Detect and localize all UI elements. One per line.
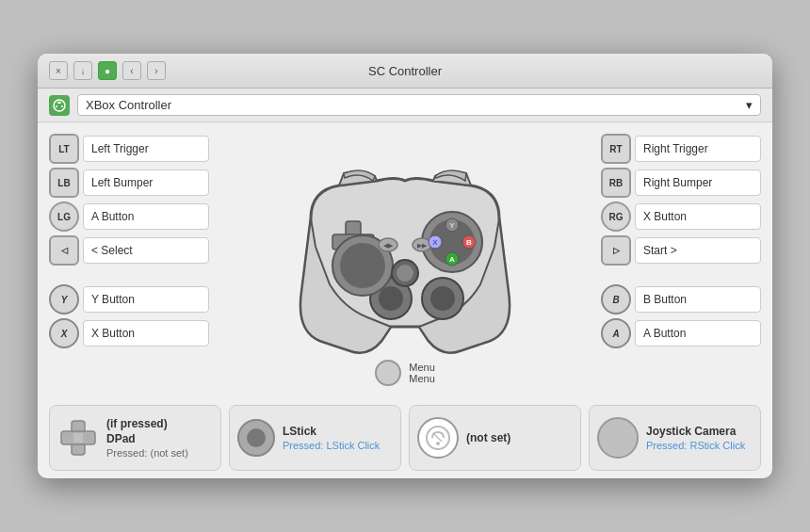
- notset-info: (not set): [466, 431, 510, 444]
- right-panel: RT Right Trigger RB Right Bumper RG X Bu…: [601, 134, 761, 386]
- y-badge[interactable]: Y: [49, 284, 79, 314]
- rg-label[interactable]: X Button: [635, 203, 761, 230]
- start-badge[interactable]: ▷: [601, 235, 631, 266]
- back-button[interactable]: ‹: [122, 61, 141, 80]
- lstick-card[interactable]: LStick Pressed: LStick Click: [229, 405, 401, 471]
- title-bar: × ↓ ● ‹ › SC Controller: [38, 54, 772, 89]
- svg-line-34: [434, 434, 442, 442]
- left-spacer: [49, 269, 209, 281]
- lg-row: LG A Button: [49, 202, 209, 232]
- y-label[interactable]: Y Button: [83, 286, 209, 313]
- left-panel: LT Left Trigger LB Left Bumper LG A Butt…: [49, 134, 209, 386]
- b-row: B B Button: [601, 284, 761, 314]
- bottom-row: (if pressed) DPad Pressed: (not set) LSt…: [38, 397, 772, 478]
- dpad-subtitle: DPad: [106, 432, 188, 445]
- svg-text:B: B: [466, 238, 472, 247]
- select-row: ◁ < Select: [49, 235, 209, 266]
- joycam-card[interactable]: Joystick Camera Pressed: RStick Click: [589, 405, 761, 471]
- minimize-button[interactable]: ●: [98, 61, 117, 80]
- joycam-pressed[interactable]: Pressed: RStick Click: [646, 440, 745, 451]
- select-label[interactable]: < Select: [83, 237, 209, 264]
- joycam-icon: [597, 417, 639, 459]
- notset-card[interactable]: (not set): [409, 405, 581, 471]
- lb-row: LB Left Bumper: [49, 168, 209, 198]
- start-label[interactable]: Start >: [635, 237, 761, 264]
- x-badge[interactable]: X: [49, 318, 79, 348]
- lt-label[interactable]: Left Trigger: [83, 136, 209, 162]
- controller-icon: [49, 95, 70, 116]
- joycam-info: Joystick Camera Pressed: RStick Click: [646, 425, 745, 451]
- y-row: Y Y Button: [49, 284, 209, 314]
- titlebar-controls: × ↓ ● ‹ ›: [49, 61, 166, 80]
- right-spacer: [601, 269, 761, 281]
- lstick-icon: [237, 419, 275, 457]
- notset-icon: [417, 417, 459, 459]
- svg-point-0: [54, 100, 65, 111]
- svg-point-3: [61, 105, 63, 107]
- rt-badge[interactable]: RT: [601, 134, 631, 164]
- start-row: ▷ Start >: [601, 235, 761, 266]
- notset-title: (not set): [466, 431, 510, 444]
- lstick-inner: [247, 428, 266, 447]
- lg-label[interactable]: A Button: [83, 203, 209, 230]
- svg-point-12: [340, 243, 385, 288]
- app-window: × ↓ ● ‹ › SC Controller XBox Controller …: [38, 54, 772, 478]
- rt-label[interactable]: Right Trigger: [635, 136, 761, 162]
- dpad-card[interactable]: (if pressed) DPad Pressed: (not set): [49, 405, 221, 471]
- a-badge[interactable]: A: [601, 318, 631, 348]
- svg-rect-1: [57, 102, 61, 104]
- svg-text:X: X: [432, 238, 438, 247]
- forward-button[interactable]: ›: [147, 61, 166, 80]
- svg-point-20: [397, 265, 413, 282]
- svg-text:Y: Y: [449, 221, 455, 230]
- rg-row: RG X Button: [601, 202, 761, 232]
- lstick-pressed[interactable]: Pressed: LStick Click: [283, 440, 380, 451]
- window-title: SC Controller: [368, 64, 442, 78]
- lg-badge[interactable]: LG: [49, 202, 79, 232]
- controller-name: XBox Controller: [86, 98, 171, 112]
- b-label[interactable]: B Button: [635, 286, 761, 313]
- download-button[interactable]: ↓: [73, 61, 92, 80]
- lstick-title: LStick: [283, 425, 380, 438]
- b-badge[interactable]: B: [601, 284, 631, 314]
- rt-row: RT Right Trigger: [601, 134, 761, 164]
- x-row: X X Button: [49, 318, 209, 348]
- dpad-info: (if pressed) DPad Pressed: (not set): [106, 417, 188, 459]
- dropdown-arrow: ▾: [746, 98, 753, 112]
- close-button[interactable]: ×: [49, 61, 68, 80]
- x-label[interactable]: X Button: [83, 320, 209, 347]
- dpad-pressed: Pressed: (not set): [106, 447, 188, 459]
- lt-badge[interactable]: LT: [49, 134, 79, 164]
- dpad-title: (if pressed): [106, 417, 188, 430]
- svg-point-2: [56, 105, 57, 107]
- svg-text:A: A: [449, 255, 455, 264]
- controller-diagram: ◀▶ ▶▶ Y A X: [254, 134, 556, 379]
- a-row: A A Button: [601, 318, 761, 348]
- center-panel: ◀▶ ▶▶ Y A X: [217, 134, 593, 386]
- dpad-icon: [57, 417, 99, 459]
- select-badge[interactable]: ◁: [49, 235, 79, 266]
- svg-rect-31: [73, 433, 83, 443]
- svg-text:▶▶: ▶▶: [417, 242, 428, 249]
- lstick-info: LStick Pressed: LStick Click: [283, 425, 380, 451]
- rb-label[interactable]: Right Bumper: [635, 169, 761, 196]
- svg-text:◀▶: ◀▶: [383, 242, 394, 249]
- lt-row: LT Left Trigger: [49, 134, 209, 164]
- lb-badge[interactable]: LB: [49, 168, 79, 198]
- controller-bar: XBox Controller ▾: [38, 89, 772, 122]
- lb-label[interactable]: Left Bumper: [83, 169, 209, 196]
- svg-point-10: [430, 286, 455, 311]
- a-label[interactable]: A Button: [635, 320, 761, 347]
- joycam-title: Joystick Camera: [646, 425, 745, 438]
- rb-row: RB Right Bumper: [601, 168, 761, 198]
- rg-badge[interactable]: RG: [601, 202, 631, 232]
- controller-dropdown[interactable]: XBox Controller ▾: [77, 94, 761, 116]
- svg-point-33: [436, 442, 440, 445]
- svg-point-8: [379, 286, 403, 311]
- main-content: LT Left Trigger LB Left Bumper LG A Butt…: [38, 122, 772, 397]
- rb-badge[interactable]: RB: [601, 168, 631, 198]
